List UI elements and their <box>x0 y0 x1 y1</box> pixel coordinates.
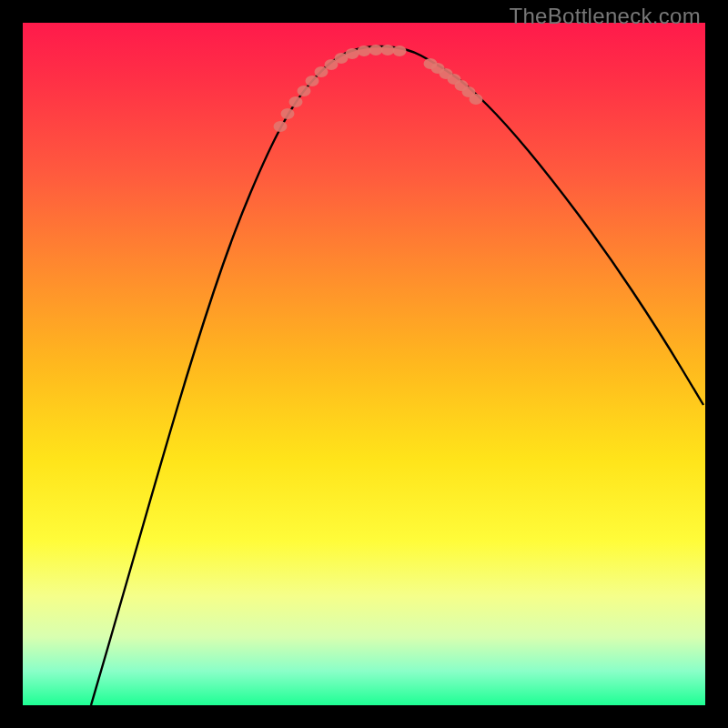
data-dot <box>298 86 311 96</box>
dots-right <box>424 58 483 105</box>
data-dot <box>381 45 395 56</box>
data-dot <box>346 48 359 59</box>
data-dot <box>393 46 407 56</box>
data-dot <box>289 96 303 107</box>
data-dot <box>470 94 483 105</box>
chart-overlay <box>23 23 705 705</box>
data-dot <box>306 76 319 86</box>
chart-frame <box>23 23 705 705</box>
dots-left <box>274 45 407 132</box>
bottleneck-curve <box>91 46 703 705</box>
data-dot <box>281 108 295 119</box>
data-dot <box>274 121 288 132</box>
watermark: TheBottleneck.com <box>509 4 701 29</box>
data-dot <box>369 45 383 56</box>
data-dot <box>358 46 371 56</box>
